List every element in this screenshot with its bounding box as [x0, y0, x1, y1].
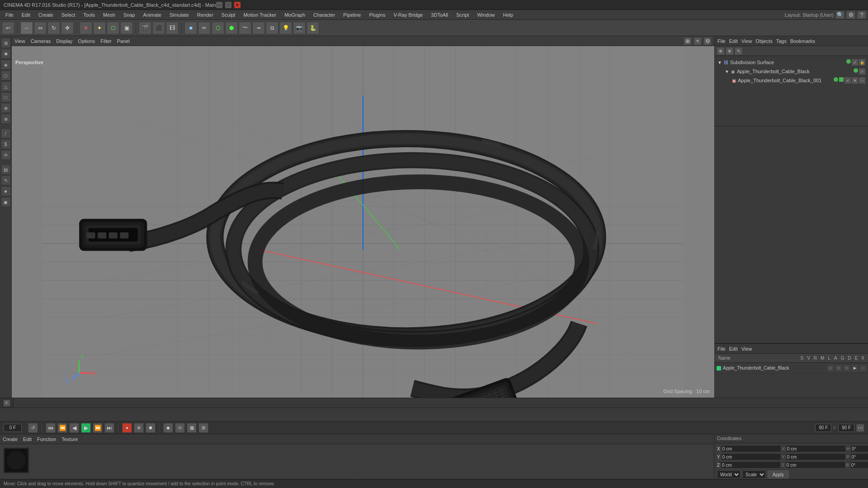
cable001-extra-btn[interactable]: ⋯	[859, 77, 865, 84]
sidebar-btn-2[interactable]: ✱	[1, 49, 11, 59]
go-end-btn[interactable]: ⏭	[104, 423, 114, 433]
coord-x-pos[interactable]	[721, 445, 781, 452]
world-dropdown[interactable]: World	[717, 470, 741, 479]
end-frame-input2[interactable]	[838, 424, 854, 432]
mat-vis-btn[interactable]: □	[835, 365, 842, 371]
coord-b[interactable]	[850, 461, 868, 469]
menu-file[interactable]: File	[2, 11, 17, 19]
timeline-collapse-btn[interactable]: ≡	[4, 400, 10, 406]
sidebar-btn-15[interactable]: ◉	[1, 197, 11, 207]
play-reverse-btn[interactable]: ◀	[69, 423, 79, 433]
fps-btn[interactable]: ⋯	[856, 424, 864, 432]
sidebar-btn-13[interactable]: ✎	[1, 175, 11, 185]
menu-simulate[interactable]: Simulate	[166, 11, 193, 19]
coord-y-pos[interactable]	[721, 453, 781, 460]
coord-h[interactable]	[850, 445, 868, 452]
obj-row-subdiv[interactable]: ▼ ⊞ Subdivision Surface ✓ 🔒	[715, 58, 868, 67]
current-frame-input[interactable]	[4, 424, 22, 432]
coord-z-pos[interactable]	[721, 461, 781, 469]
mat-menu-file[interactable]: File	[717, 346, 726, 352]
obj-menu-tags[interactable]: Tags	[776, 38, 787, 44]
menu-character[interactable]: Character	[310, 11, 339, 19]
viewport-menu-filter[interactable]: Filter	[100, 38, 111, 44]
render-btn[interactable]: 🎞	[166, 22, 179, 34]
subdiv-lock-btn[interactable]: 🔒	[859, 59, 865, 66]
next-key-btn[interactable]: ⏩	[93, 423, 103, 433]
scale-tool-btn[interactable]: ⇔	[34, 22, 47, 34]
layout-search-btn[interactable]: 🔍	[835, 11, 844, 19]
scale-dropdown[interactable]: Scale	[742, 470, 766, 479]
viewport-menu-options[interactable]: Options	[78, 38, 95, 44]
menu-create[interactable]: Create	[35, 11, 57, 19]
apply-button[interactable]: Apply	[768, 470, 789, 479]
loop-btn[interactable]: ↺	[28, 423, 38, 433]
pen-btn[interactable]: ✏	[198, 22, 211, 34]
viewport-menu-cameras[interactable]: Cameras	[31, 38, 51, 44]
mat-gen-btn[interactable]: ▶	[852, 365, 858, 371]
cable-check-btn[interactable]: ✓	[859, 68, 865, 75]
menu-animate[interactable]: Animate	[140, 11, 165, 19]
sidebar-btn-5[interactable]: △	[1, 81, 11, 91]
undo-btn[interactable]: ↩	[2, 22, 14, 34]
mat-render-btn[interactable]: □	[844, 365, 850, 371]
record-mode-btn[interactable]: ⊕	[134, 423, 144, 433]
obj-menu-file[interactable]: File	[717, 38, 726, 44]
go-start-btn[interactable]: ⏮	[46, 423, 56, 433]
menu-select[interactable]: Select	[58, 11, 79, 19]
polygon-btn[interactable]: ⬢	[225, 22, 238, 34]
cable001-check-btn[interactable]: ✓	[844, 77, 851, 84]
timeline-view-btn[interactable]: ⊞	[198, 423, 208, 433]
menu-window[interactable]: Window	[473, 11, 498, 19]
light-btn[interactable]: 💡	[279, 22, 292, 34]
sidebar-btn-14[interactable]: ★	[1, 186, 11, 196]
nurbs-btn[interactable]: ━	[252, 22, 265, 34]
mat-function-menu[interactable]: Function	[37, 436, 56, 442]
obj-row-cable[interactable]: ▼ ◉ Apple_Thunderbolt_Cable_Black ✓	[722, 67, 868, 76]
poly-mode-btn[interactable]: ▣	[120, 22, 133, 34]
maximize-button[interactable]: □	[225, 2, 231, 8]
subdiv-check-btn[interactable]: ✓	[852, 59, 858, 66]
menu-render[interactable]: Render	[193, 11, 217, 19]
camera-btn[interactable]: 📷	[293, 22, 306, 34]
obj-menu-edit[interactable]: Edit	[729, 38, 738, 44]
motion-btn[interactable]: ⊙	[175, 423, 185, 433]
viewport-settings-btn[interactable]: ⚙	[703, 37, 712, 45]
transform-tool-btn[interactable]: ✥	[61, 22, 74, 34]
viewport-menu-view[interactable]: View	[14, 38, 25, 44]
cube-btn[interactable]: ■	[184, 22, 197, 34]
menu-sculpt[interactable]: Sculpt	[218, 11, 239, 19]
menu-motiontracker[interactable]: Motion Tracker	[240, 11, 280, 19]
menu-tools[interactable]: Tools	[80, 11, 99, 19]
sidebar-btn-6[interactable]: □	[1, 92, 11, 102]
viewport-zoom-btn[interactable]: +	[693, 37, 702, 45]
mat-thumbnail-1[interactable]	[4, 448, 29, 473]
end-frame-input[interactable]	[815, 424, 831, 432]
menu-snap[interactable]: Snap	[120, 11, 139, 19]
cable001-mat-btn[interactable]	[839, 77, 844, 82]
sidebar-btn-1[interactable]: ⊞	[1, 38, 11, 48]
menu-pipeline[interactable]: Pipeline	[340, 11, 364, 19]
coord-y-size[interactable]	[786, 453, 846, 460]
close-button[interactable]: ✕	[234, 2, 241, 8]
sidebar-btn-9[interactable]: /	[1, 128, 11, 138]
coord-z-size[interactable]	[785, 461, 845, 469]
viewport-expand-btn[interactable]: ⊕	[684, 37, 692, 45]
menu-script[interactable]: Script	[453, 11, 472, 19]
play-btn[interactable]: ▶	[81, 423, 91, 433]
mat-menu-view[interactable]: View	[741, 346, 752, 352]
menu-vray[interactable]: V-Ray Bridge	[390, 11, 427, 19]
mat-create-menu[interactable]: Create	[3, 436, 18, 442]
coord-x-size[interactable]	[786, 445, 846, 452]
obj-toolbar-btn3[interactable]: ✎	[735, 47, 743, 55]
point-mode-btn[interactable]: ✦	[93, 22, 106, 34]
render-region-btn[interactable]: ⬛	[152, 22, 165, 34]
render-view-btn[interactable]: 🎬	[139, 22, 151, 34]
record-btn[interactable]: ●	[122, 423, 132, 433]
mat-edit-menu[interactable]: Edit	[23, 436, 32, 442]
menu-mesh[interactable]: Mesh	[99, 11, 119, 19]
mat-extra-btn[interactable]: ⋯	[860, 365, 866, 371]
obj-row-cable-001[interactable]: ▣ Apple_Thunderbolt_Cable_Black_001 ✓ ✕ …	[729, 76, 868, 85]
sidebar-btn-3[interactable]: ◈	[1, 60, 11, 70]
coord-p[interactable]	[850, 453, 868, 460]
edge-mode-btn[interactable]: ⬡	[107, 22, 119, 34]
